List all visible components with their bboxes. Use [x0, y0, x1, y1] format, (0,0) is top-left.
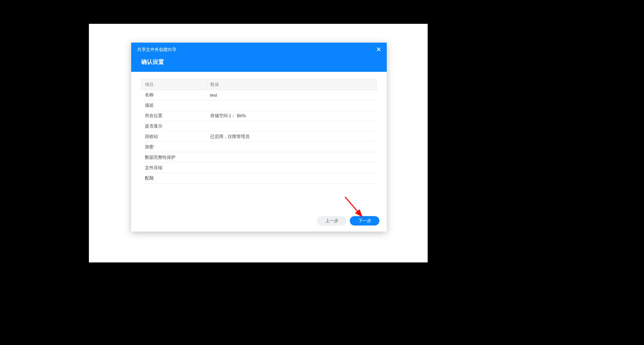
close-button[interactable]	[375, 46, 382, 53]
table-row: 是否显示	[142, 121, 377, 132]
summary-table: 项目 数值 名称 test 描述 所在位置 存储空间 1： Btrfs	[141, 79, 377, 184]
wizard-title: 共享文件夹创建向导	[131, 43, 387, 53]
dialog-body: 项目 数值 名称 test 描述 所在位置 存储空间 1： Btrfs	[131, 72, 387, 184]
row-label: 所在位置	[142, 111, 207, 121]
table-row: 配额	[142, 173, 377, 184]
row-label: 文件压缩	[142, 163, 207, 173]
table-row: 数据完整性保护	[142, 152, 377, 163]
row-label: 名称	[142, 90, 207, 100]
dialog-footer: 上一步 下一步	[310, 210, 387, 232]
row-label: 回收站	[142, 132, 207, 142]
table-row: 描述	[142, 100, 377, 111]
table-row: 所在位置 存储空间 1： Btrfs	[142, 111, 377, 121]
row-value	[207, 173, 377, 184]
table-row: 名称 test	[142, 90, 377, 100]
row-value	[207, 121, 377, 132]
previous-button[interactable]: 上一步	[317, 216, 346, 226]
next-button[interactable]: 下一步	[350, 216, 379, 226]
row-value	[207, 142, 377, 152]
table-row: 回收站 已启用，仅限管理员	[142, 132, 377, 142]
close-icon	[377, 47, 381, 51]
wizard-dialog: 共享文件夹创建向导 确认设置 项目 数值 名称 test 描述	[131, 43, 387, 232]
dialog-subtitle: 确认设置	[131, 53, 387, 66]
row-value	[207, 152, 377, 163]
row-label: 配额	[142, 173, 207, 184]
row-value: 存储空间 1： Btrfs	[207, 111, 377, 121]
row-value: test	[207, 90, 377, 100]
row-value	[207, 163, 377, 173]
row-label: 数据完整性保护	[142, 152, 207, 163]
row-value	[207, 100, 377, 111]
row-label: 描述	[142, 100, 207, 111]
table-row: 文件压缩	[142, 163, 377, 173]
row-label: 是否显示	[142, 121, 207, 132]
header-value: 数值	[207, 80, 377, 90]
table-row: 加密	[142, 142, 377, 152]
header-item: 项目	[142, 80, 207, 90]
dialog-header: 共享文件夹创建向导 确认设置	[131, 43, 387, 72]
row-label: 加密	[142, 142, 207, 152]
row-value: 已启用，仅限管理员	[207, 132, 377, 142]
